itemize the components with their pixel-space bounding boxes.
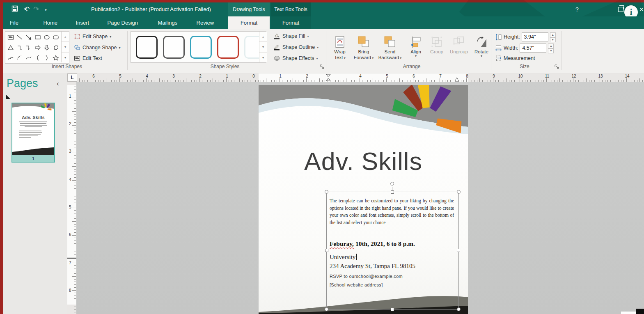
shape-style-swatch-red[interactable] <box>217 36 239 59</box>
shape-rectangle[interactable] <box>33 32 42 42</box>
shape-triangle[interactable] <box>6 42 15 53</box>
style-scroll-down-icon[interactable]: ▾ <box>259 42 267 52</box>
spin-up-icon[interactable]: ▲ <box>550 32 556 37</box>
tab-file[interactable]: File <box>3 16 25 29</box>
shape-outline-button[interactable]: Shape Outline▾ <box>273 44 319 50</box>
minimize-button[interactable]: – <box>591 2 607 16</box>
dropdown-caret-icon: ▾ <box>399 56 401 60</box>
shape-fill-icon <box>273 33 280 39</box>
width-icon <box>495 45 502 52</box>
rsvp-line[interactable]: RSVP to ourschool@example.com <box>330 274 403 279</box>
body-paragraph[interactable]: The template can be customized to your l… <box>330 197 454 226</box>
gallery-more-icon[interactable]: ▾ <box>62 53 69 62</box>
resize-handle-middle-left[interactable] <box>325 249 328 252</box>
selected-text-box[interactable]: The template can be customized to your l… <box>326 192 459 310</box>
shape-star[interactable] <box>51 53 60 63</box>
tab-mailings[interactable]: Mailings <box>151 16 184 29</box>
shape-fill-button[interactable]: Shape Fill▾ <box>273 33 309 39</box>
shape-style-swatch-black[interactable] <box>136 36 158 59</box>
tab-selector-box[interactable]: L <box>67 73 77 82</box>
shape-arrow[interactable] <box>24 32 33 42</box>
rotation-handle[interactable] <box>390 182 394 186</box>
width-spinner[interactable]: ▲▼ <box>548 44 554 53</box>
website-placeholder-line[interactable]: [School website address] <box>330 282 383 287</box>
height-spinner[interactable]: ▲▼ <box>550 32 556 41</box>
shape-freeform-arrow[interactable] <box>24 42 33 53</box>
shape-scribble[interactable] <box>6 53 15 63</box>
style-more-icon[interactable]: ▾ <box>259 53 267 62</box>
width-input[interactable] <box>520 44 546 53</box>
dropdown-caret-icon: ▾ <box>110 35 111 39</box>
size-dialog-launcher-icon[interactable] <box>554 64 559 69</box>
tab-format-textbox-tools[interactable]: Format <box>270 16 311 29</box>
shape-text-box[interactable] <box>6 32 15 42</box>
shape-style-swatch-teal[interactable] <box>190 36 212 59</box>
horizontal-ruler[interactable]: 6543210124567891011121314 <box>78 73 644 82</box>
undo-button[interactable]: ↶▾ <box>24 6 28 13</box>
dropdown-caret-icon: ▾ <box>119 46 120 50</box>
restore-button[interactable] <box>618 7 623 12</box>
spin-up-icon[interactable]: ▲ <box>548 44 554 48</box>
shape-styles-dialog-launcher-icon[interactable] <box>319 64 325 69</box>
resize-handle-top-left[interactable] <box>325 190 328 194</box>
ungroup-icon <box>453 36 465 49</box>
wrap-text-icon <box>335 36 345 49</box>
resize-handle-top-middle[interactable] <box>391 190 394 194</box>
shape-style-swatch-gray[interactable] <box>163 36 185 59</box>
edit-text-button[interactable]: Edit Text <box>74 55 102 62</box>
organization-line[interactable]: University <box>330 254 357 261</box>
shape-rounded-rectangle[interactable] <box>51 32 60 42</box>
resize-handle-bottom-right[interactable] <box>457 307 461 311</box>
tab-review[interactable]: Review <box>190 16 221 29</box>
shape-freeform-blob[interactable] <box>51 42 60 53</box>
edit-shape-icon <box>74 33 80 40</box>
customize-qat-button[interactable]: ▾ <box>45 8 47 11</box>
tab-insert[interactable]: Insert <box>69 16 96 29</box>
change-shape-button[interactable]: Change Shape▾ <box>74 44 120 51</box>
shape-block-arrow-right[interactable] <box>33 42 42 53</box>
height-input[interactable] <box>522 32 548 41</box>
measurement-button[interactable]: Measurement <box>495 55 535 62</box>
wrap-text-button[interactable]: Wrap Text ▾ <box>329 31 351 69</box>
pages-section-triangle-icon[interactable] <box>6 94 10 99</box>
undo-dropdown-caret-icon[interactable]: ▾ <box>26 9 28 12</box>
gallery-scroll-up-icon[interactable]: ▴ <box>62 32 69 42</box>
shape-styles-gallery <box>131 31 266 63</box>
edit-shape-button[interactable]: Edit Shape▾ <box>74 33 111 40</box>
gallery-scroll-down-icon[interactable]: ▾ <box>62 42 69 52</box>
style-scroll-up-icon[interactable]: ▴ <box>259 32 267 42</box>
address-line[interactable]: 234 Academy St, Tampa FL 98105 <box>330 263 415 270</box>
resize-handle-top-right[interactable] <box>457 190 461 194</box>
shape-right-parenthesis[interactable] <box>42 53 51 63</box>
help-button[interactable]: ? <box>569 2 585 16</box>
page-thumbnail-preview: Adv. Skills <box>12 103 54 155</box>
resize-handle-middle-right[interactable] <box>457 249 460 252</box>
shape-line[interactable] <box>15 32 24 42</box>
text-cursor <box>356 254 357 260</box>
vertical-ruler[interactable]: 12345678 <box>67 82 76 314</box>
resize-handle-bottom-left[interactable] <box>325 307 328 311</box>
tab-format-drawing-tools-active[interactable]: Format <box>228 16 270 29</box>
close-button[interactable]: ✕ <box>639 2 644 16</box>
contextual-group-drawing-tools: Drawing Tools <box>228 2 270 16</box>
shape-block-arrow-down[interactable] <box>42 42 51 53</box>
tab-home[interactable]: Home <box>37 16 64 29</box>
shape-arc[interactable] <box>15 53 24 63</box>
shape-left-parenthesis[interactable] <box>33 53 42 63</box>
bring-forward-button[interactable]: Bring Forward ▾ <box>352 31 375 69</box>
event-date-line[interactable]: Feburay, 10th, 2021, 6 to 8 p.m. <box>330 240 415 248</box>
resize-handle-bottom-middle[interactable] <box>391 308 394 311</box>
page-title-text[interactable]: Adv. Skills <box>259 147 468 176</box>
collapse-pages-panel-icon[interactable]: ‹ <box>57 80 59 88</box>
save-button[interactable] <box>11 5 18 14</box>
shape-curve[interactable] <box>24 53 33 63</box>
shape-effects-button[interactable]: Shape Effects▾ <box>273 55 318 62</box>
rotate-button[interactable]: Rotate ▾ <box>471 31 492 69</box>
spin-down-icon[interactable]: ▼ <box>550 37 556 42</box>
page-thumbnail[interactable]: Adv. Skills 1 <box>11 103 55 163</box>
ruler-label: 1 <box>226 74 228 78</box>
spin-down-icon[interactable]: ▼ <box>548 48 554 53</box>
shape-oval[interactable] <box>42 32 51 42</box>
tab-page-design[interactable]: Page Design <box>101 16 144 29</box>
shape-freeform[interactable] <box>15 42 24 53</box>
